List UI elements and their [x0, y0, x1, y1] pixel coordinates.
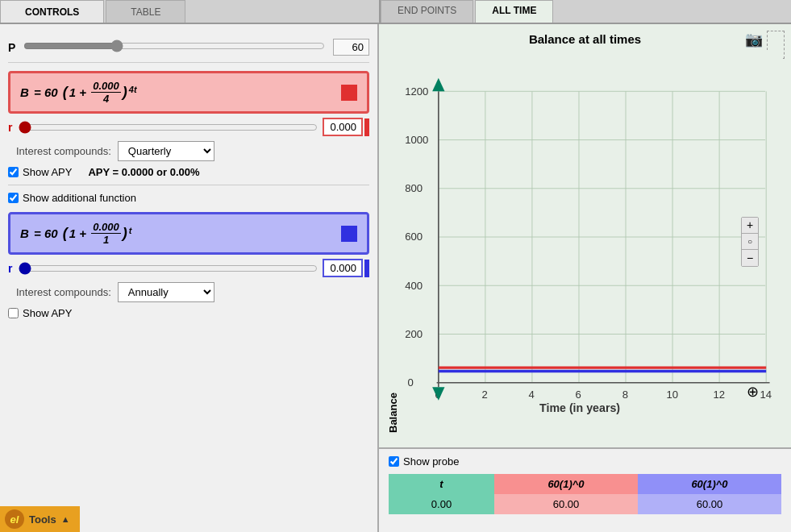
svg-text:1000: 1000	[405, 134, 428, 146]
graph-svg[interactable]: 0 200 400 600 800 1000 1200 0 2 4 6	[403, 50, 783, 433]
probe-cell-t: 0.00	[389, 494, 494, 514]
apy-value-red: APY = 0.0000 or 0.00%	[88, 166, 199, 178]
graph-area: Balance at all times 📷 Balance	[379, 24, 791, 447]
show-apy-blue-text: Show APY	[23, 307, 72, 319]
r-label-red: r	[8, 121, 12, 134]
compounds-row-blue: Interest compounds: Daily Weekly Monthly…	[8, 282, 369, 302]
compounds-label-blue: Interest compounds:	[16, 286, 111, 298]
tab-all-time[interactable]: ALL TIME	[475, 0, 553, 23]
svg-text:6: 6	[576, 389, 581, 401]
show-apy-red-label[interactable]: Show APY	[8, 166, 72, 178]
probe-header-blue: 60(1)^0	[638, 474, 781, 494]
r-blue-indicator	[364, 260, 369, 277]
show-apy-blue-label[interactable]: Show APY	[8, 307, 72, 319]
blue-formula-text: B = 60 ( 1 + 0.000 1 ) t	[20, 221, 131, 246]
blue-color-square	[341, 226, 357, 242]
p-value-box: 60	[333, 39, 369, 56]
r-value-red: 0.000	[323, 118, 363, 136]
probe-cell-red: 60.00	[494, 494, 638, 514]
show-probe-text: Show probe	[403, 455, 459, 468]
compounds-select-blue[interactable]: Daily Weekly Monthly Quarterly Annually …	[118, 282, 214, 302]
apy-row-blue: Show APY	[8, 307, 369, 319]
probe-header-red: 60(1)^0	[494, 474, 638, 494]
r-label-blue: r	[8, 262, 12, 275]
svg-text:1200: 1200	[405, 85, 428, 98]
move-icon[interactable]: ⊕	[747, 383, 759, 401]
svg-text:Time (in years): Time (in years)	[539, 401, 620, 414]
show-apy-red-checkbox[interactable]	[8, 167, 19, 177]
probe-row: Show probe	[389, 455, 781, 468]
r-row-red: r 0.000	[8, 118, 369, 136]
zoom-in-button[interactable]: +	[742, 218, 758, 234]
r-slider-red[interactable]	[19, 121, 318, 134]
tools-logo: el	[5, 509, 24, 529]
show-probe-checkbox[interactable]	[389, 456, 399, 467]
camera-icon[interactable]: 📷	[745, 31, 763, 48]
show-probe-label[interactable]: Show probe	[389, 455, 459, 468]
graph-content: 0 200 400 600 800 1000 1200 0 2 4 6	[403, 50, 783, 433]
tools-bar[interactable]: el Tools ▲	[0, 506, 80, 532]
show-additional-text: Show additional function	[23, 192, 136, 204]
probe-table: t 60(1)^0 60(1)^0 0.00 60.00 60.00	[389, 474, 781, 514]
r-red-indicator	[364, 118, 369, 136]
r-value-blue: 0.000	[323, 259, 363, 277]
show-apy-blue-checkbox[interactable]	[8, 308, 19, 318]
zoom-reset-button[interactable]: ○	[742, 234, 758, 250]
compounds-row-red: Interest compounds: Daily Weekly Monthly…	[8, 141, 369, 161]
probe-area: Show probe t 60(1)^0 60(1)^0 0.00	[379, 447, 791, 532]
probe-data-row: 0.00 60.00 60.00	[389, 494, 781, 514]
p-section: P 60	[8, 32, 369, 63]
top-triangle[interactable]	[432, 78, 444, 91]
show-additional-checkbox[interactable]	[8, 193, 19, 203]
svg-text:400: 400	[405, 280, 423, 292]
r-slider-blue[interactable]	[19, 262, 318, 275]
right-panel: Balance at all times 📷 Balance	[379, 24, 791, 532]
svg-text:8: 8	[622, 389, 628, 401]
red-formula-box: B = 60 ( 1 + 0.000 4 ) 4t	[8, 71, 369, 114]
zoom-controls: + ○ −	[741, 217, 759, 267]
svg-text:2: 2	[481, 389, 487, 401]
show-apy-red-text: Show APY	[23, 166, 72, 178]
svg-text:14: 14	[760, 389, 772, 401]
compounds-select-red[interactable]: Daily Weekly Monthly Quarterly Annually …	[118, 141, 214, 161]
p-slider-container	[23, 39, 325, 55]
additional-function-row: Show additional function	[8, 185, 369, 204]
probe-cell-blue: 60.00	[638, 494, 781, 514]
graph-wrapper: Balance	[387, 50, 783, 433]
tab-table[interactable]: TABLE	[106, 0, 185, 23]
red-color-square	[341, 85, 357, 101]
tab-controls[interactable]: CONTROLS	[0, 0, 104, 23]
svg-text:12: 12	[713, 389, 725, 401]
left-panel: P 60 B = 60 ( 1 + 0.000 4 )	[0, 24, 379, 532]
zoom-out-button[interactable]: −	[742, 250, 758, 266]
svg-text:600: 600	[405, 231, 423, 243]
svg-text:800: 800	[405, 182, 423, 194]
compounds-label-red: Interest compounds:	[16, 145, 111, 157]
svg-text:200: 200	[405, 328, 423, 340]
probe-header-t: t	[389, 474, 494, 494]
graph-title: Balance at all times	[387, 32, 783, 46]
red-formula-text: B = 60 ( 1 + 0.000 4 ) 4t	[20, 80, 137, 105]
r-row-blue: r 0.000	[8, 259, 369, 277]
tools-label: Tools	[29, 513, 56, 526]
y-axis-label: Balance	[387, 50, 399, 433]
svg-text:4: 4	[529, 389, 535, 401]
show-additional-label[interactable]: Show additional function	[8, 192, 136, 204]
p-slider[interactable]	[23, 39, 325, 52]
p-label: P	[8, 41, 15, 54]
svg-text:10: 10	[666, 389, 678, 401]
apy-row-red: Show APY APY = 0.0000 or 0.00%	[8, 166, 369, 178]
main-container: CONTROLS TABLE END POINTS ALL TIME P 60 …	[0, 0, 791, 532]
svg-text:0: 0	[407, 376, 413, 389]
blue-formula-box: B = 60 ( 1 + 0.000 1 ) t	[8, 212, 369, 255]
tab-end-points[interactable]: END POINTS	[381, 0, 473, 23]
tools-arrow: ▲	[61, 514, 70, 524]
